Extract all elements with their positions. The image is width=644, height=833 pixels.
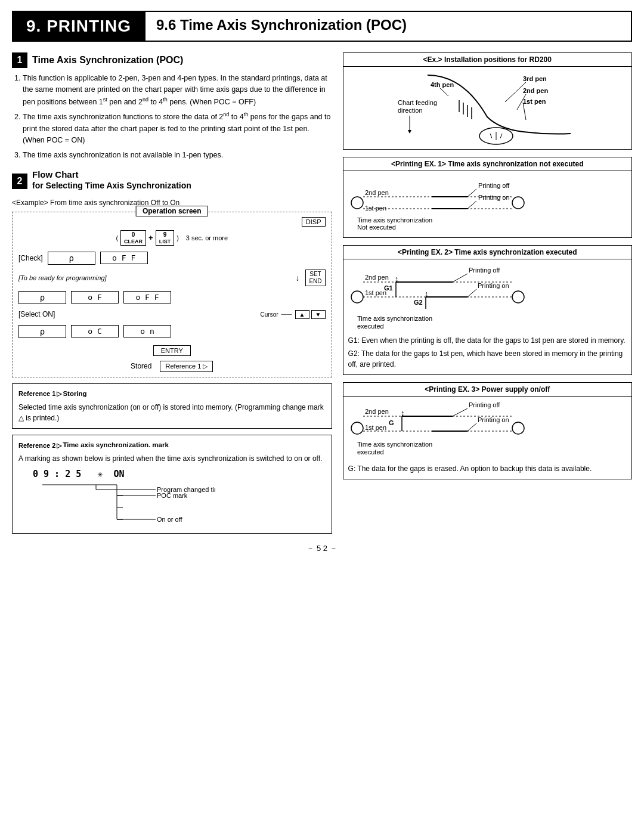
cursor-label: Cursor xyxy=(261,311,278,318)
svg-line-17 xyxy=(439,88,448,96)
stored-label: Stored xyxy=(131,362,151,370)
section2-num: 2 xyxy=(12,174,27,189)
svg-point-67 xyxy=(512,422,524,434)
print-ex2-box: <Printing EX. 2> Time axis synchronizati… xyxy=(343,245,632,375)
svg-text:2nd pen: 2nd pen xyxy=(365,274,389,281)
disp-button[interactable]: DISP xyxy=(302,217,326,227)
svg-text:Printing on: Printing on xyxy=(478,194,510,201)
select-on-label: [Select ON] xyxy=(18,310,55,318)
section2-subtitle: for Selecting Time Axis Synchronization xyxy=(32,181,191,190)
svg-text:Printing off: Printing off xyxy=(478,182,510,189)
install-diagram: Chart feeding direction 4th pen xyxy=(343,67,631,149)
up-arrow-key[interactable]: ▲ xyxy=(295,310,309,319)
stored-ref-row: Stored Reference 1 ▷ xyxy=(131,361,213,372)
svg-text:G2: G2 xyxy=(414,299,423,306)
svg-text:executed: executed xyxy=(357,323,384,330)
close-paren: ) xyxy=(177,234,179,241)
ref1-header: Reference 1 ▷ Storing xyxy=(18,389,326,399)
section1-header: 1 Time Axis Synchronization (POC) xyxy=(12,52,332,68)
section2-title: Flow Chart xyxy=(32,169,191,179)
down-arrow-key[interactable]: ▼ xyxy=(311,310,326,319)
svg-text:Printing off: Printing off xyxy=(469,267,500,274)
svg-text:Chart feeding: Chart feeding xyxy=(398,99,437,106)
arrow-down-1: ↓ xyxy=(295,273,299,283)
svg-text:2nd pen: 2nd pen xyxy=(365,189,389,196)
set-end-button[interactable]: SETEND xyxy=(305,270,325,286)
print-ex3-svg: G ↕ 2nd pen 1st pen Printing off Printin… xyxy=(348,401,527,458)
section2-header: 2 Flow Chart for Selecting Time Axis Syn… xyxy=(12,169,332,194)
svg-line-59 xyxy=(453,274,467,282)
svg-line-40 xyxy=(467,189,476,197)
print-ex1-content: 2nd pen 1st pen Printing off Printing on… xyxy=(343,171,631,237)
display3-row: ρ o C o n xyxy=(18,325,326,338)
svg-point-46 xyxy=(351,291,363,303)
section-title: 9.6 Time Axis Synchronization (POC) xyxy=(144,12,631,41)
svg-text:Time axis synchronization: Time axis synchronization xyxy=(357,441,432,448)
print-ex3-content: G ↕ 2nd pen 1st pen Printing off Printin… xyxy=(343,397,631,479)
ref2-text: A marking as shown below is printed when… xyxy=(18,453,326,464)
print-ex3-box: <Printing EX. 3> Power supply on/off G ↕ xyxy=(343,382,632,479)
ref1-text: Selected time axis synchronization (on o… xyxy=(18,402,326,423)
svg-text:On or off: On or off xyxy=(157,516,183,523)
section1-body: This function is applicable to 2-pen, 3-… xyxy=(12,73,332,161)
check-label: [Check] xyxy=(18,254,43,262)
svg-text:Time axis synchronization: Time axis synchronization xyxy=(357,216,432,224)
page-header: 9. PRINTING 9.6 Time Axis Synchronizatio… xyxy=(12,11,632,42)
section2: 2 Flow Chart for Selecting Time Axis Syn… xyxy=(12,169,332,534)
install-title: <Ex.> Installation positions for RD200 xyxy=(343,53,631,67)
display1-val: o F F xyxy=(100,252,148,264)
left-column: 1 Time Axis Synchronization (POC) This f… xyxy=(12,52,332,534)
display3-oc: o C xyxy=(71,325,119,337)
print-ex2-content: G1 G2 ↕ ↕ 2nd pen 1st pen Printing off xyxy=(343,259,631,374)
cursor-dash: —— xyxy=(281,311,292,317)
reference1-button[interactable]: Reference 1 ▷ xyxy=(160,361,213,372)
svg-text:3rd pen: 3rd pen xyxy=(523,75,547,82)
section1-title: Time Axis Synchronization (POC) xyxy=(32,55,183,66)
install-svg: Chart feeding direction 4th pen xyxy=(392,69,583,147)
bracket-diagram: Program changed time POC mark On or off xyxy=(36,484,326,528)
svg-text:Printing on: Printing on xyxy=(478,282,509,289)
right-column: <Ex.> Installation positions for RD200 C… xyxy=(343,52,632,534)
ref1-chevron: ▷ xyxy=(57,389,61,399)
display2-p: ρ xyxy=(18,291,66,304)
svg-point-66 xyxy=(351,422,363,434)
svg-text:G: G xyxy=(389,419,394,426)
keys-row: ( 0CLEAR + 9LIST ) 3 sec. or more xyxy=(116,230,228,246)
op-screen-label: Operation screen xyxy=(136,206,208,216)
svg-point-32 xyxy=(351,197,363,209)
reference1-box: Reference 1 ▷ Storing Selected time axis… xyxy=(12,383,332,429)
svg-line-27 xyxy=(523,103,526,120)
section1-point2: The time axis synchronization functions … xyxy=(23,111,332,146)
svg-text:Printing on: Printing on xyxy=(478,416,509,423)
print-ex2-notes: G1: Even when the printing is off, the d… xyxy=(348,335,627,370)
print-ex1-title: <Printing EX. 1> Time axis synchronizati… xyxy=(343,157,631,171)
print-ex1-box: <Printing EX. 1> Time axis synchronizati… xyxy=(343,157,632,238)
clear-key[interactable]: 0CLEAR xyxy=(120,230,146,246)
svg-text:1st pen: 1st pen xyxy=(365,205,386,212)
display1-p: ρ xyxy=(48,252,95,265)
svg-line-42 xyxy=(467,201,476,209)
to-ready-label: [To be ready for programming] xyxy=(18,274,295,281)
display3-p: ρ xyxy=(18,325,66,338)
operation-screen-box: Operation screen DISP ( 0CLEAR + 9LIST )… xyxy=(12,212,332,377)
display3-val: o n xyxy=(123,325,171,337)
ref1-num: Reference 1 xyxy=(18,389,55,399)
ref2-num: Reference 2 xyxy=(18,441,55,451)
reference1-btn-text: Reference 1 ▷ xyxy=(165,363,208,370)
section1-point1: This function is applicable to 2-pen, 3-… xyxy=(23,73,332,108)
entry-button[interactable]: ENTRY xyxy=(153,345,191,356)
list-key[interactable]: 9LIST xyxy=(156,230,175,246)
display2-left: o F xyxy=(71,291,119,304)
print-ex2-svg: G1 G2 ↕ ↕ 2nd pen 1st pen Printing off xyxy=(348,264,527,330)
svg-text:1st pen: 1st pen xyxy=(523,98,546,105)
keys-note: 3 sec. or more xyxy=(186,234,228,241)
note-g1: G1: Even when the printing is off, the d… xyxy=(348,335,627,346)
svg-text:1st pen: 1st pen xyxy=(365,289,386,296)
svg-point-33 xyxy=(512,197,524,209)
print-ex3-title: <Printing EX. 3> Power supply on/off xyxy=(343,383,631,397)
ref2-title: Time axis synchronization. mark xyxy=(63,440,168,450)
svg-line-76 xyxy=(453,408,467,416)
svg-text:POC mark: POC mark xyxy=(157,492,188,499)
page-number: － 5 2 － xyxy=(0,543,644,554)
svg-text:Not executed: Not executed xyxy=(357,224,396,230)
